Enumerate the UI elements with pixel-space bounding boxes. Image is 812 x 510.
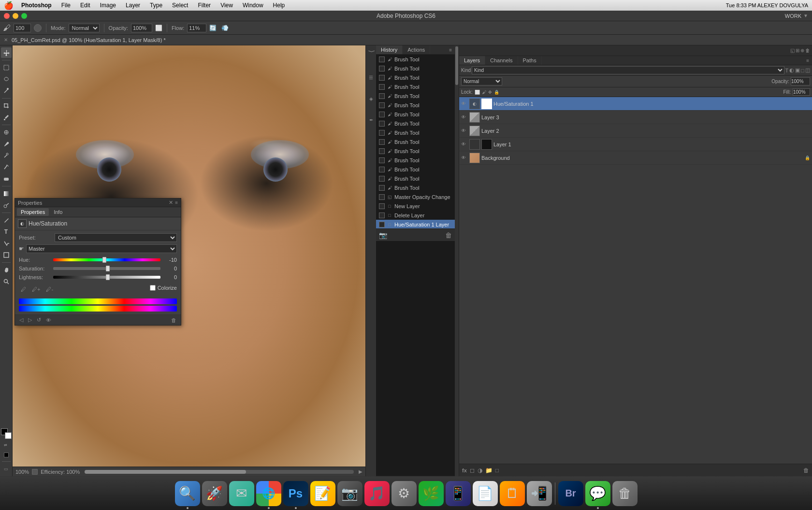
- menu-select[interactable]: Select: [170, 2, 190, 9]
- gradient-tool[interactable]: [1, 188, 12, 199]
- add-mask-btn[interactable]: ◻: [470, 467, 475, 474]
- tab-info[interactable]: Info: [50, 208, 66, 216]
- tab-history[interactable]: History: [376, 45, 403, 54]
- history-item-hue-sat[interactable]: □Hue/Saturation 1 Layer: [376, 220, 455, 228]
- horizontal-scrollbar[interactable]: [85, 470, 354, 474]
- flow-input[interactable]: [187, 24, 206, 32]
- history-item[interactable]: 🖌Brush Tool: [376, 110, 455, 119]
- history-item[interactable]: 🖌Brush Tool: [376, 156, 455, 165]
- layer-item-2[interactable]: 👁 Layer 2: [459, 124, 812, 138]
- menu-filter[interactable]: Filter: [196, 2, 213, 9]
- channel-select[interactable]: Master Reds Yellows Greens Cyans Blues M…: [26, 244, 177, 253]
- healing-brush-tool[interactable]: [1, 127, 12, 138]
- marquee-tool[interactable]: [1, 62, 12, 73]
- apple-menu[interactable]: 🍎: [4, 1, 14, 10]
- delete-history-btn[interactable]: 🗑: [445, 231, 452, 239]
- text-tool[interactable]: T: [1, 227, 12, 237]
- history-panel-options[interactable]: ≡: [446, 46, 455, 54]
- history-item[interactable]: 🖌Brush Tool: [376, 64, 455, 73]
- lock-all-btn[interactable]: 🔒: [494, 90, 499, 95]
- dock-trash[interactable]: 🗑: [612, 481, 638, 506]
- switch-colors-btn[interactable]: ⇄: [4, 443, 9, 448]
- dock-stickies[interactable]: 📝: [310, 481, 335, 506]
- doc-close-btn[interactable]: ✕: [4, 37, 8, 42]
- dock-mail[interactable]: ✉: [229, 481, 254, 506]
- lock-transparency-btn[interactable]: ⬜: [475, 90, 480, 95]
- history-item[interactable]: 🖌Brush Tool: [376, 128, 455, 137]
- filter-shape-btn[interactable]: □: [801, 68, 804, 73]
- magic-wand-tool[interactable]: [1, 85, 12, 96]
- airbrush-icon[interactable]: 💨: [221, 25, 229, 31]
- mini-layers-icon[interactable]: ☰: [367, 73, 375, 81]
- tab-properties[interactable]: Properties: [17, 208, 49, 216]
- history-item[interactable]: 🖌Brush Tool: [376, 137, 455, 146]
- menu-file[interactable]: File: [59, 2, 72, 9]
- history-brush-tool[interactable]: [1, 162, 12, 172]
- history-item[interactable]: 🖌Brush Tool: [376, 73, 455, 82]
- dock-chrome[interactable]: 🌐: [256, 481, 281, 506]
- tab-channels[interactable]: Channels: [485, 56, 518, 65]
- history-item[interactable]: 🖌Brush Tool: [376, 55, 455, 64]
- dock-camera[interactable]: 📷: [337, 481, 362, 506]
- lightness-slider[interactable]: [53, 274, 160, 280]
- trash-layer-btn[interactable]: 🗑: [805, 48, 810, 53]
- workspace-arrow[interactable]: ▼: [803, 13, 808, 18]
- menu-image[interactable]: Image: [98, 2, 118, 9]
- properties-close-btn[interactable]: ✕: [169, 199, 173, 206]
- layer-mask-hue-sat[interactable]: [481, 99, 492, 109]
- path-selection-tool[interactable]: [1, 238, 12, 249]
- canvas-info-btn[interactable]: [32, 469, 38, 475]
- eyedropper-plus-btn[interactable]: 🖊+: [30, 285, 42, 293]
- mode-select[interactable]: Normal Multiply Screen: [69, 24, 100, 32]
- preset-select[interactable]: Custom Default Saturate More: [55, 233, 177, 242]
- opacity-input[interactable]: [131, 24, 152, 32]
- add-layer-style-btn[interactable]: fx: [462, 468, 467, 473]
- delete-layer-footer-btn[interactable]: 🗑: [803, 467, 809, 474]
- background-color[interactable]: [5, 432, 12, 439]
- new-layer-from-comp-btn[interactable]: ⊞: [796, 48, 799, 53]
- props-forward-btn[interactable]: ▷: [27, 316, 33, 324]
- flow-icon[interactable]: 🔄: [209, 25, 217, 31]
- maximize-window-btn[interactable]: [21, 13, 27, 19]
- blend-mode-select[interactable]: Normal Multiply Screen: [461, 77, 502, 85]
- dock-sysprefs[interactable]: ⚙: [392, 481, 417, 506]
- properties-titlebar[interactable]: Properties ✕ ≡: [15, 198, 181, 207]
- history-item[interactable]: 🖌Brush Tool: [376, 165, 455, 174]
- history-item-master-opacity[interactable]: ◱Master Opacity Change: [376, 192, 455, 201]
- screen-mode-btn[interactable]: ▭: [1, 464, 12, 474]
- menu-view[interactable]: View: [218, 2, 235, 9]
- brush-tool[interactable]: [1, 139, 12, 149]
- layer-item-bg[interactable]: 👁 Background 🔒: [459, 151, 812, 165]
- pen-tool[interactable]: [1, 215, 12, 226]
- saturation-slider[interactable]: [53, 266, 160, 271]
- props-back-btn[interactable]: ◁: [18, 316, 25, 324]
- history-item[interactable]: 🖌Brush Tool: [376, 119, 455, 128]
- saturation-thumb[interactable]: [106, 266, 110, 271]
- dock-messages[interactable]: 💬: [585, 481, 610, 506]
- hue-slider[interactable]: [53, 257, 160, 263]
- close-window-btn[interactable]: [4, 13, 10, 19]
- tab-layers[interactable]: Layers: [459, 56, 485, 65]
- zoom-tool[interactable]: [1, 276, 12, 287]
- history-item-delete-layer[interactable]: □Delete Layer: [376, 211, 455, 220]
- menu-window[interactable]: Window: [241, 2, 265, 9]
- filter-pixel-btn[interactable]: ▣: [795, 67, 800, 73]
- visibility-eye[interactable]: 👁: [461, 101, 468, 106]
- history-item[interactable]: 🖌Brush Tool: [376, 174, 455, 183]
- layer-item-1[interactable]: 👁 Layer 1: [459, 138, 812, 151]
- dock-iphone-backup[interactable]: 📲: [527, 481, 552, 506]
- fill-value[interactable]: [793, 88, 810, 96]
- layer-item-3[interactable]: 👁 Layer 3: [459, 111, 812, 124]
- properties-options-btn[interactable]: ≡: [175, 200, 178, 205]
- props-reset-btn[interactable]: ↺: [35, 316, 43, 324]
- opacity-value[interactable]: [791, 77, 810, 85]
- hand-tool[interactable]: [1, 265, 12, 275]
- kind-filter-select[interactable]: Kind: [472, 66, 784, 74]
- new-layer-btn[interactable]: □: [495, 467, 499, 474]
- mini-channels-icon[interactable]: ◈: [367, 95, 375, 102]
- menu-help[interactable]: Help: [271, 2, 287, 9]
- dock-bridge[interactable]: Br: [558, 481, 583, 506]
- colorize-checkbox[interactable]: [150, 285, 156, 291]
- dodge-tool[interactable]: [1, 200, 12, 211]
- lock-move-btn[interactable]: ✤: [488, 90, 492, 95]
